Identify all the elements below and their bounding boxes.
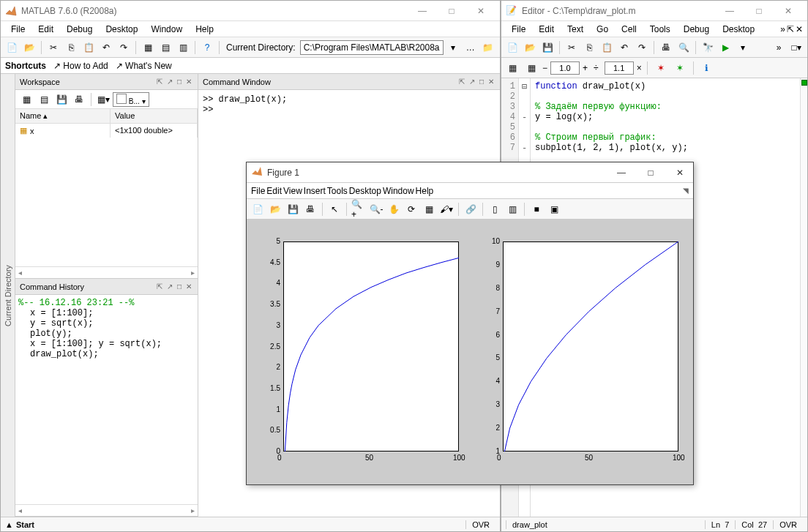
save-ws-icon[interactable]: 💾 [53,91,70,108]
workspace-col-name[interactable]: Name ▴ [15,109,111,123]
datatip-icon[interactable]: ▦ [421,201,437,217]
close-button[interactable]: ✕ [774,2,803,20]
history-date[interactable]: %-- 16.12.16 23:21 --% [18,298,192,308]
eval-cell-icon[interactable]: ▦ [504,60,520,76]
info-icon[interactable]: ℹ [699,60,715,76]
maximize-panel-icon[interactable]: □ [478,78,485,86]
close-panel-icon[interactable]: ✕ [184,282,193,291]
menu-window[interactable]: Window [383,186,414,196]
pan-icon[interactable]: ✋ [386,201,402,217]
dock-icon[interactable]: ⇱ [457,78,466,86]
menu-file[interactable]: File [251,186,265,196]
current-directory-input[interactable] [300,40,444,55]
maximize-button[interactable]: □ [744,2,774,20]
close-button[interactable]: ✕ [671,168,689,178]
menu-edit[interactable]: Edit [533,23,560,36]
close-button[interactable]: ✕ [466,2,495,20]
maximize-panel-icon[interactable]: □ [176,78,183,86]
paste-icon[interactable]: 📋 [81,40,97,56]
menu-tools[interactable]: Tools [327,186,348,196]
menu-edit[interactable]: Edit [32,23,59,36]
undock-icon[interactable]: ↗ [165,78,174,86]
menu-debug[interactable]: Debug [61,23,98,36]
table-row[interactable]: ▦x <1x100 double> [15,124,198,138]
whats-new-link[interactable]: ↗ What's New [116,61,172,71]
guide-icon[interactable]: ▤ [157,40,173,56]
scrollbar[interactable]: ◂▸ [15,504,198,516]
run-dropdown-icon[interactable]: ▾ [735,40,751,56]
maximize-button[interactable]: □ [437,2,466,20]
menu-insert[interactable]: Insert [304,186,326,196]
print-icon[interactable]: 🖶 [71,91,87,108]
more-icon[interactable]: » [771,40,787,56]
legend-icon[interactable]: ▥ [504,201,520,217]
show-tools-icon[interactable]: ▣ [546,201,562,217]
breakpoint2-icon[interactable]: ✶ [672,60,688,76]
undo-icon[interactable]: ↶ [98,40,114,56]
menu-cell[interactable]: Cell [616,23,643,36]
browse-dir-icon[interactable]: … [463,40,479,56]
menu-desktop[interactable]: Desktop [349,186,381,196]
history-line[interactable]: draw_plot(x); [30,349,192,359]
stack-dropdown[interactable]: B... ▾ [113,92,149,107]
history-line[interactable]: x = [1:100]; [30,308,192,318]
redo-icon[interactable]: ↷ [634,40,650,56]
new-file-icon[interactable]: 📄 [4,40,20,56]
undock-icon[interactable]: ↗ [165,282,174,291]
minus-icon[interactable]: − [542,63,547,73]
dock-icon[interactable]: ◥ [683,187,689,195]
profiler-icon[interactable]: ▥ [175,40,191,56]
open-file-icon[interactable]: 📂 [522,40,538,56]
copy-icon[interactable]: ⎘ [581,40,597,56]
help-icon[interactable]: ? [199,40,215,56]
plus-icon[interactable]: + [583,63,588,73]
close-panel-icon[interactable]: ✕ [184,78,193,86]
colorbar-icon[interactable]: ▯ [487,201,503,217]
find-icon[interactable]: 🔍 [676,40,692,56]
menu-desktop[interactable]: Desktop [100,23,143,36]
open-icon[interactable]: 📂 [267,201,283,217]
zoom2-input[interactable] [605,61,634,75]
scrollbar[interactable]: ◂▸ [15,266,198,278]
eval-advance-icon[interactable]: ▦ [523,60,539,76]
breakpoint-icon[interactable]: ✶ [653,60,669,76]
history-line[interactable]: plot(y); [30,329,192,339]
dock-icon[interactable]: ⇱ [155,282,164,291]
close-panel-icon[interactable]: ✕ [487,78,495,86]
menu-help[interactable]: Help [416,186,434,196]
simulink-icon[interactable]: ▦ [140,40,156,56]
up-dir-icon[interactable]: 📁 [480,40,496,56]
maximize-button[interactable]: □ [642,168,659,178]
link-icon[interactable]: 🔗 [463,201,479,217]
menu-text[interactable]: Text [561,23,589,36]
menu-edit[interactable]: Edit [266,186,282,196]
zoom-in-icon[interactable]: 🔍+ [351,201,367,217]
binoculars-icon[interactable]: 🔭 [700,40,716,56]
history-line[interactable]: y = sqrt(x); [30,318,192,329]
zoom1-input[interactable] [550,61,580,75]
menu-help[interactable]: Help [190,23,220,36]
times-icon[interactable]: × [637,63,642,73]
pointer-icon[interactable]: ↖ [326,201,343,217]
brush-icon[interactable]: 🖌▾ [438,201,454,217]
redo-icon[interactable]: ↷ [116,40,132,56]
import-icon[interactable]: ▤ [36,91,52,108]
plot-dropdown-icon[interactable]: ▦▾ [95,91,111,108]
paste-icon[interactable]: 📋 [599,40,615,56]
how-to-add-link[interactable]: ↗ How to Add [53,61,108,71]
cut-icon[interactable]: ✂ [45,40,61,56]
menu-window[interactable]: Window [145,23,188,36]
new-var-icon[interactable]: ▦ [18,91,34,108]
undo-icon[interactable]: ↶ [616,40,632,56]
more-icon[interactable]: » [780,24,785,34]
hide-tools-icon[interactable]: ■ [528,201,545,217]
current-directory-tab[interactable]: Current Directory [1,74,15,517]
maximize-panel-icon[interactable]: □ [176,282,183,291]
print-icon[interactable]: 🖶 [302,201,318,217]
minimize-button[interactable]: — [613,168,630,178]
new-file-icon[interactable]: 📄 [504,40,520,56]
undock-icon[interactable]: ↗ [468,78,476,86]
zoom-out-icon[interactable]: 🔍- [368,201,384,217]
cut-icon[interactable]: ✂ [564,40,580,56]
workspace-col-value[interactable]: Value [111,109,198,123]
